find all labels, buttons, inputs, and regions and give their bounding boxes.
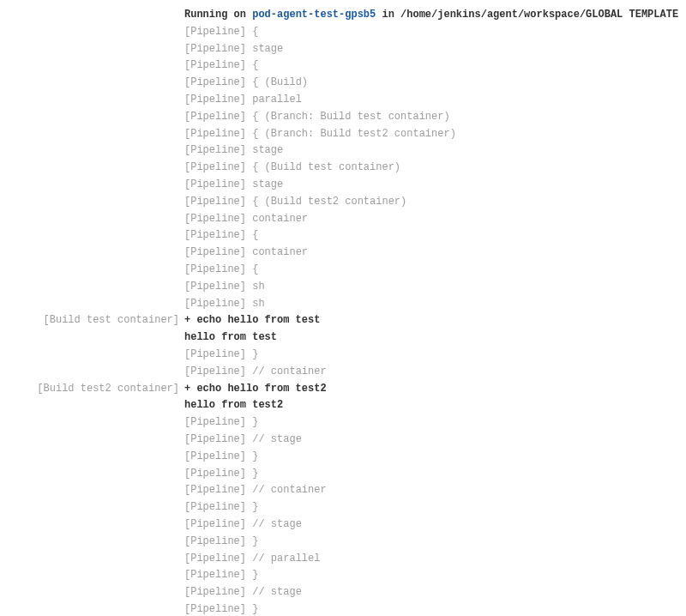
line-content: [Pipeline] } — [184, 414, 686, 432]
console-line: [Pipeline] { (Build test container) — [0, 160, 686, 177]
console-line: [Build test2 container]+ echo hello from… — [0, 381, 686, 398]
pipeline-prefix: [Pipeline] — [184, 603, 252, 615]
output-text: hello from test2 — [184, 399, 283, 411]
output-text: + echo hello from test — [184, 314, 320, 326]
console-line: [Pipeline] { — [0, 262, 686, 279]
console-line: [Pipeline] } — [0, 534, 686, 551]
running-on-line: Running on pod-agent-test-gpsb5 in /home… — [0, 7, 686, 24]
pipeline-action: } — [252, 450, 258, 462]
console-line: [Pipeline] { (Build) — [0, 75, 686, 92]
pipeline-prefix: [Pipeline] — [184, 229, 252, 241]
pipeline-action: { (Build) — [252, 76, 308, 88]
line-margin — [0, 499, 184, 516]
line-content: [Pipeline] // stage — [184, 584, 686, 601]
pipeline-action: container — [252, 246, 308, 258]
line-margin — [0, 347, 184, 364]
pipeline-prefix: [Pipeline] — [184, 348, 252, 360]
line-margin — [0, 414, 184, 432]
line-margin — [0, 482, 184, 499]
pipeline-action: { — [252, 229, 258, 241]
pipeline-prefix: [Pipeline] — [184, 76, 252, 88]
pipeline-prefix: [Pipeline] — [184, 298, 252, 310]
pipeline-prefix: [Pipeline] — [184, 263, 252, 275]
line-content: [Pipeline] { — [184, 24, 686, 41]
pipeline-action: } — [252, 569, 258, 581]
line-margin — [0, 194, 184, 211]
pipeline-action: } — [252, 501, 258, 513]
line-margin — [0, 75, 184, 92]
pipeline-prefix: [Pipeline] — [184, 468, 252, 480]
line-margin: [Build test2 container] — [0, 381, 184, 398]
in-text: in — [376, 9, 400, 21]
pipeline-action: // container — [252, 365, 326, 377]
line-content: Running on pod-agent-test-gpsb5 in /home… — [184, 7, 686, 24]
line-content: [Pipeline] // container — [184, 482, 686, 499]
console-line: [Pipeline] parallel — [0, 92, 686, 109]
line-margin — [0, 534, 184, 551]
output-text: + echo hello from test2 — [184, 383, 327, 395]
line-content: [Pipeline] { (Branch: Build test contain… — [184, 109, 686, 126]
pipeline-action: // parallel — [252, 553, 320, 565]
line-content: [Pipeline] // parallel — [184, 551, 686, 568]
pipeline-prefix: [Pipeline] — [184, 59, 252, 71]
line-margin — [0, 227, 184, 245]
line-margin — [0, 601, 184, 616]
pipeline-prefix: [Pipeline] — [184, 450, 252, 462]
pipeline-prefix: [Pipeline] — [184, 569, 252, 581]
console-line: [Pipeline] } — [0, 347, 686, 364]
line-margin — [0, 466, 184, 483]
pipeline-action: { — [252, 59, 258, 71]
console-line: [Pipeline] container — [0, 245, 686, 262]
pipeline-action: { — [252, 26, 258, 38]
line-margin — [0, 245, 184, 262]
console-line: [Pipeline] } — [0, 466, 686, 483]
console-line: hello from test2 — [0, 397, 686, 414]
pipeline-prefix: [Pipeline] — [184, 161, 252, 173]
pipeline-prefix: [Pipeline] — [184, 128, 252, 140]
console-line: [Pipeline] } — [0, 414, 686, 432]
line-margin — [0, 551, 184, 568]
pipeline-action: { (Build test2 container) — [252, 196, 406, 208]
line-margin — [0, 57, 184, 75]
console-line: [Pipeline] sh — [0, 279, 686, 296]
console-line: [Pipeline] } — [0, 449, 686, 466]
node-link[interactable]: pod-agent-test-gpsb5 — [252, 9, 376, 21]
console-line: [Pipeline] } — [0, 567, 686, 584]
pipeline-prefix: [Pipeline] — [184, 213, 252, 225]
pipeline-action: } — [252, 348, 258, 360]
pipeline-prefix: [Pipeline] — [184, 144, 252, 156]
line-content: [Pipeline] stage — [184, 177, 686, 194]
pipeline-prefix: [Pipeline] — [184, 518, 252, 530]
console-line: [Pipeline] stage — [0, 142, 686, 160]
line-margin — [0, 432, 184, 449]
line-content: [Pipeline] // stage — [184, 432, 686, 449]
pipeline-prefix: [Pipeline] — [184, 281, 252, 293]
line-margin — [0, 177, 184, 194]
console-line: [Pipeline] { (Build test2 container) — [0, 194, 686, 211]
pipeline-action: // stage — [252, 433, 302, 445]
pipeline-action: { — [252, 263, 258, 275]
line-margin — [0, 584, 184, 601]
line-margin — [0, 449, 184, 466]
console-line: [Pipeline] // stage — [0, 516, 686, 534]
line-content: [Pipeline] } — [184, 534, 686, 551]
console-line: [Pipeline] { — [0, 24, 686, 41]
line-margin — [0, 296, 184, 313]
line-content: [Pipeline] stage — [184, 41, 686, 58]
line-margin — [0, 126, 184, 143]
line-margin — [0, 329, 184, 347]
pipeline-prefix: [Pipeline] — [184, 178, 252, 190]
console-line: [Pipeline] stage — [0, 41, 686, 58]
pipeline-prefix: [Pipeline] — [184, 501, 252, 513]
line-content: [Pipeline] { (Build test container) — [184, 160, 686, 177]
line-margin — [0, 109, 184, 126]
console-line: [Pipeline] // stage — [0, 432, 686, 449]
line-margin — [0, 41, 184, 58]
line-content: [Pipeline] { (Branch: Build test2 contai… — [184, 126, 686, 143]
line-margin — [0, 279, 184, 296]
line-margin — [0, 516, 184, 534]
console-line: [Pipeline] stage — [0, 177, 686, 194]
pipeline-action: stage — [252, 178, 283, 190]
pipeline-prefix: [Pipeline] — [184, 433, 252, 445]
console-line: [Pipeline] // container — [0, 364, 686, 381]
